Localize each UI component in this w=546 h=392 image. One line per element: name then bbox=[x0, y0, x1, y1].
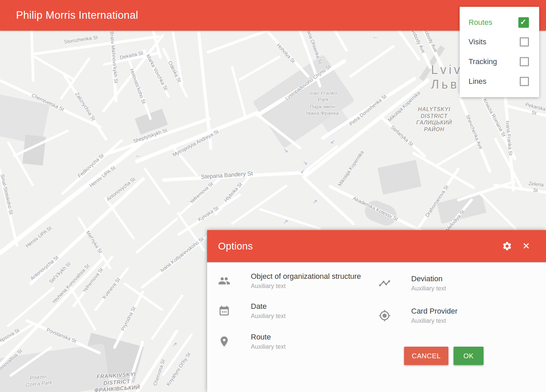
field-subtitle: Auxiliary text bbox=[411, 285, 446, 292]
map-road bbox=[231, 65, 247, 119]
map-road bbox=[206, 28, 272, 54]
map-street-label: Kvitneva St bbox=[101, 277, 121, 300]
map-street-label: Ivana Ohiienka St bbox=[304, 26, 324, 65]
map-oneway-arrow-icon: ← bbox=[373, 33, 378, 40]
layer-label-lines: Lines bbox=[469, 77, 487, 86]
map-street-label: Storozhenka St bbox=[64, 34, 98, 45]
map-street-label: Zelena St bbox=[528, 180, 544, 194]
layer-label-visits: Visits bbox=[469, 37, 486, 46]
checkbox-unchecked-icon[interactable] bbox=[520, 57, 529, 66]
layer-row-lines[interactable]: Lines bbox=[460, 75, 539, 88]
map-street-label: Smal-Stotskoho St bbox=[0, 174, 14, 215]
field-title: Card Provider bbox=[411, 307, 458, 316]
map-street-label: Holovats'koho St bbox=[129, 68, 147, 105]
map-park-label: Парк імені Івана Франка bbox=[306, 103, 339, 117]
layer-row-tracking[interactable]: Tracking bbox=[460, 56, 539, 68]
dialog-title: Options bbox=[218, 241, 253, 252]
location-pin-icon bbox=[218, 335, 230, 348]
map-road bbox=[238, 55, 281, 81]
map-road bbox=[143, 167, 171, 205]
map-street-label: Hoholya St bbox=[276, 42, 297, 64]
map-block bbox=[436, 192, 486, 224]
map-street-label: Marka Vovchka St bbox=[145, 53, 169, 91]
map-street-label: Yefremova St bbox=[188, 181, 214, 205]
map-road bbox=[412, 151, 475, 190]
map-road bbox=[303, 177, 355, 226]
map-park-label: Piskovi Ozera Park bbox=[25, 373, 53, 389]
map-street-label: Yevhena Konovaltsia St bbox=[51, 263, 90, 305]
map-street-label: Mikolaja Kopernika bbox=[336, 149, 365, 187]
map-district-label: HALYTSKYI DISTRICT ГАЛИЦЬКИЙ РАЙОН bbox=[416, 106, 452, 133]
map-oneway-arrow-icon: ↗ bbox=[313, 198, 317, 205]
field-title: Object of organizational structure bbox=[251, 272, 361, 281]
gps-target-icon bbox=[378, 310, 391, 322]
map-street-label: Stefanyka St bbox=[389, 124, 414, 147]
field-title: Date bbox=[251, 302, 286, 311]
map-oneway-arrow-icon: ↘ bbox=[303, 159, 307, 166]
settings-gear-icon[interactable] bbox=[502, 241, 512, 251]
field-title: Deviation bbox=[411, 274, 446, 283]
checkbox-checked-icon[interactable] bbox=[518, 17, 529, 28]
map-block bbox=[377, 160, 421, 195]
map-street-label: Brativ Mikhnovs'kykh St bbox=[109, 31, 119, 84]
map-street-label: Knyahyni Ol'hy St bbox=[165, 351, 192, 387]
map-road bbox=[33, 55, 76, 81]
map-street-label: Kniazia Romana St bbox=[482, 97, 507, 138]
field-subtitle: Auxiliary text bbox=[411, 317, 458, 325]
map-road bbox=[231, 184, 288, 225]
ok-button[interactable]: OK bbox=[454, 347, 484, 365]
map-street-label: Ivana Kotlyarevskoho St bbox=[159, 236, 205, 274]
map-oneway-arrow-icon: ↗ bbox=[283, 218, 288, 225]
trend-line-icon bbox=[378, 277, 391, 289]
map-park-label: Ivan Franko Park bbox=[309, 90, 337, 103]
people-icon bbox=[218, 275, 230, 287]
dialog-header: Options ✕ bbox=[207, 230, 546, 262]
map-oneway-arrow-icon: ↘ bbox=[283, 147, 288, 154]
map-street-label: Mel'nyka St bbox=[85, 230, 104, 255]
layer-label-routes: Routes bbox=[469, 18, 492, 27]
options-dialog: Options ✕ Object of organizational struc… bbox=[207, 230, 546, 392]
map-street-label: Pekarska St bbox=[523, 101, 546, 118]
calendar-icon bbox=[218, 305, 230, 317]
map-district-label: FRANKIVSKYI DISTRICT ФРАНКІВСЬКИЙ bbox=[93, 371, 140, 392]
map-oneway-arrow-icon: ↗ bbox=[172, 341, 177, 348]
field-subtitle: Auxiliary text bbox=[251, 313, 286, 320]
map-oneway-arrow-icon: ← bbox=[236, 169, 242, 176]
layer-row-routes[interactable]: Routes bbox=[460, 16, 539, 29]
field-title: Route bbox=[251, 333, 286, 342]
map-oneway-arrow-icon: ↙ bbox=[300, 168, 305, 175]
map-street-label: Hipsova St bbox=[0, 327, 20, 345]
map-road bbox=[349, 45, 395, 78]
checkbox-unchecked-icon[interactable] bbox=[520, 37, 529, 47]
cancel-button[interactable]: CANCEL bbox=[404, 347, 448, 365]
map-street-label: Pryrodna St bbox=[120, 306, 137, 332]
layer-row-visits[interactable]: Visits bbox=[460, 36, 539, 48]
map-block bbox=[253, 54, 355, 149]
map-road bbox=[259, 208, 321, 230]
map-street-label: Ivana Franka St bbox=[505, 120, 514, 156]
map-road bbox=[150, 294, 184, 340]
map-street-label: Povstanska St bbox=[46, 327, 77, 344]
map-road bbox=[436, 140, 479, 166]
close-icon[interactable]: ✕ bbox=[521, 241, 531, 251]
map-street-label: Petra Doroshenka St bbox=[348, 93, 388, 127]
map-road bbox=[135, 217, 178, 254]
checkbox-unchecked-icon[interactable] bbox=[520, 77, 529, 86]
field-subtitle: Auxiliary text bbox=[251, 343, 286, 350]
layer-label-tracking: Tracking bbox=[469, 57, 497, 66]
layers-panel: Routes Visits Tracking Lines bbox=[460, 7, 539, 97]
map-oneway-arrow-icon: ← bbox=[135, 152, 141, 159]
map-oneway-arrow-icon: ↙ bbox=[330, 138, 335, 145]
field-subtitle: Auxiliary text bbox=[251, 283, 361, 290]
